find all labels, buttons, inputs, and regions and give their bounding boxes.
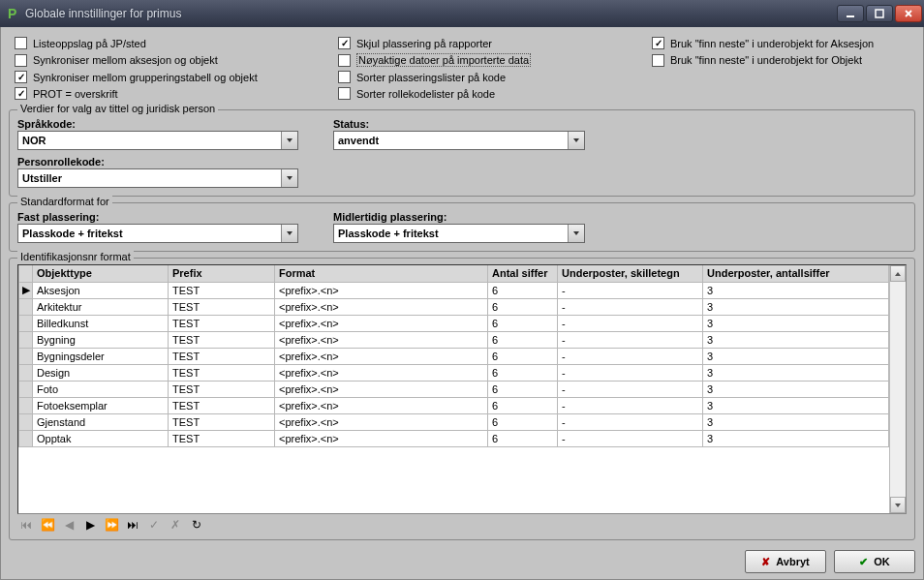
close-button[interactable] <box>895 5 922 22</box>
cell-format[interactable]: <prefix>.<n> <box>275 364 488 381</box>
minimize-button[interactable] <box>837 5 864 22</box>
sprakkode-select[interactable]: NOR <box>17 131 298 150</box>
table-row[interactable]: FotoTEST<prefix>.<n>6-3 <box>19 381 889 397</box>
cell-antall-siffer[interactable]: 6 <box>488 430 558 446</box>
checkbox-option[interactable]: Bruk "finn neste" i underobjekt for Akse… <box>652 37 909 49</box>
cell-objekttype[interactable]: Opptak <box>33 430 169 446</box>
cell-objekttype[interactable]: Gjenstand <box>33 413 169 430</box>
checkbox-option[interactable]: PROT = overskrift <box>15 87 334 100</box>
cell-objekttype[interactable]: Foto <box>33 381 169 397</box>
cell-format[interactable]: <prefix>.<n> <box>275 430 488 446</box>
cell-prefix[interactable]: TEST <box>169 430 275 446</box>
ok-button[interactable]: ✔ OK <box>834 550 915 573</box>
checkbox-option[interactable]: Synkroniser mellom aksesjon og objekt <box>15 53 334 67</box>
cell-antall-siffer[interactable]: 6 <box>488 397 558 413</box>
cell-antallsiffer[interactable]: 3 <box>703 413 889 430</box>
nav-next-icon[interactable]: ▶ <box>83 518 97 532</box>
cell-antallsiffer[interactable]: 3 <box>703 282 889 298</box>
cell-antallsiffer[interactable]: 3 <box>703 315 889 331</box>
cell-antallsiffer[interactable]: 3 <box>703 430 889 446</box>
scroll-track[interactable] <box>890 282 906 497</box>
nav-prev-icon[interactable]: ◀ <box>62 518 76 532</box>
cell-objekttype[interactable]: Aksesjon <box>33 282 169 298</box>
col-underposter-antallsiffer[interactable]: Underposter, antallsiffer <box>703 265 889 282</box>
nav-refresh-icon[interactable]: ↻ <box>190 518 203 532</box>
cell-antallsiffer[interactable]: 3 <box>703 364 889 381</box>
cell-objekttype[interactable]: Arkitektur <box>33 298 169 315</box>
midlertidig-plassering-select[interactable]: Plasskode + fritekst <box>333 224 585 243</box>
cell-antallsiffer[interactable]: 3 <box>703 397 889 413</box>
col-underposter-skilletegn[interactable]: Underposter, skilletegn <box>558 265 703 282</box>
col-objekttype[interactable]: Objekttype <box>33 265 169 282</box>
checkbox-icon[interactable] <box>15 37 27 49</box>
checkbox-icon[interactable] <box>338 87 351 100</box>
cell-prefix[interactable]: TEST <box>169 397 275 413</box>
cell-format[interactable]: <prefix>.<n> <box>275 413 488 430</box>
checkbox-icon[interactable] <box>652 37 664 49</box>
col-prefix[interactable]: Prefix <box>169 265 275 282</box>
checkbox-icon[interactable] <box>15 87 27 100</box>
cell-skilletegn[interactable]: - <box>558 282 703 298</box>
cell-antall-siffer[interactable]: 6 <box>488 413 558 430</box>
col-antall-siffer[interactable]: Antal siffer <box>488 265 558 282</box>
cell-prefix[interactable]: TEST <box>169 298 275 315</box>
cell-objekttype[interactable]: Bygningsdeler <box>33 348 169 364</box>
table-row[interactable]: FotoeksemplarTEST<prefix>.<n>6-3 <box>19 397 889 413</box>
cell-prefix[interactable]: TEST <box>169 348 275 364</box>
table-row[interactable]: GjenstandTEST<prefix>.<n>6-3 <box>19 413 889 430</box>
personrollekode-select[interactable]: Utstiller <box>17 168 298 188</box>
table-row[interactable]: DesignTEST<prefix>.<n>6-3 <box>19 364 889 381</box>
cell-skilletegn[interactable]: - <box>558 331 703 348</box>
cell-skilletegn[interactable]: - <box>558 348 703 364</box>
checkbox-icon[interactable] <box>338 71 351 83</box>
cell-format[interactable]: <prefix>.<n> <box>275 397 488 413</box>
cell-antallsiffer[interactable]: 3 <box>703 348 889 364</box>
checkbox-option[interactable]: Skjul plassering på rapporter <box>338 37 648 49</box>
cell-prefix[interactable]: TEST <box>169 331 275 348</box>
cell-objekttype[interactable]: Bygning <box>33 331 169 348</box>
checkbox-option[interactable]: Synkroniser mellom grupperingstabell og … <box>15 71 334 83</box>
nav-last-icon[interactable]: ⏭ <box>126 518 139 532</box>
cell-antall-siffer[interactable]: 6 <box>488 282 558 298</box>
cell-skilletegn[interactable]: - <box>558 413 703 430</box>
cell-antall-siffer[interactable]: 6 <box>488 331 558 348</box>
cell-skilletegn[interactable]: - <box>558 381 703 397</box>
table-row[interactable]: ▶AksesjonTEST<prefix>.<n>6-3 <box>19 282 889 298</box>
cell-skilletegn[interactable]: - <box>558 298 703 315</box>
table-row[interactable]: BygningsdelerTEST<prefix>.<n>6-3 <box>19 348 889 364</box>
avbryt-button[interactable]: ✘ Avbryt <box>745 550 826 573</box>
cell-prefix[interactable]: TEST <box>169 413 275 430</box>
status-select[interactable]: anvendt <box>333 131 585 150</box>
checkbox-icon[interactable] <box>338 37 351 49</box>
checkbox-option[interactable]: Listeoppslag på JP/sted <box>15 37 334 49</box>
cell-skilletegn[interactable]: - <box>558 430 703 446</box>
checkbox-option[interactable]: Sorter rollekodelister på kode <box>338 87 648 100</box>
cell-format[interactable]: <prefix>.<n> <box>275 381 488 397</box>
nav-first-icon[interactable]: ⏮ <box>19 518 33 532</box>
nav-cancel-icon[interactable]: ✗ <box>169 518 182 532</box>
cell-prefix[interactable]: TEST <box>169 282 275 298</box>
table-row[interactable]: BygningTEST<prefix>.<n>6-3 <box>19 331 889 348</box>
cell-prefix[interactable]: TEST <box>169 315 275 331</box>
cell-format[interactable]: <prefix>.<n> <box>275 331 488 348</box>
cell-skilletegn[interactable]: - <box>558 315 703 331</box>
checkbox-icon[interactable] <box>652 54 664 67</box>
cell-skilletegn[interactable]: - <box>558 397 703 413</box>
table-row[interactable]: OpptakTEST<prefix>.<n>6-3 <box>19 430 889 446</box>
cell-antallsiffer[interactable]: 3 <box>703 381 889 397</box>
checkbox-option[interactable]: Sorter plasseringslister på kode <box>338 71 648 83</box>
nav-confirm-icon[interactable]: ✓ <box>147 518 161 532</box>
cell-antall-siffer[interactable]: 6 <box>488 348 558 364</box>
cell-antallsiffer[interactable]: 3 <box>703 331 889 348</box>
table-row[interactable]: ArkitekturTEST<prefix>.<n>6-3 <box>19 298 889 315</box>
cell-antall-siffer[interactable]: 6 <box>488 364 558 381</box>
data-grid[interactable]: Objekttype Prefix Format Antal siffer Un… <box>18 265 889 447</box>
scroll-up-icon[interactable] <box>890 265 906 282</box>
checkbox-option[interactable]: Nøyaktige datoer på importerte data <box>338 53 648 67</box>
cell-format[interactable]: <prefix>.<n> <box>275 298 488 315</box>
checkbox-option[interactable]: Bruk "finn neste" i underobjekt for Obje… <box>652 53 909 67</box>
vertical-scrollbar[interactable] <box>889 265 906 513</box>
cell-format[interactable]: <prefix>.<n> <box>275 348 488 364</box>
cell-skilletegn[interactable]: - <box>558 364 703 381</box>
table-row[interactable]: BilledkunstTEST<prefix>.<n>6-3 <box>19 315 889 331</box>
